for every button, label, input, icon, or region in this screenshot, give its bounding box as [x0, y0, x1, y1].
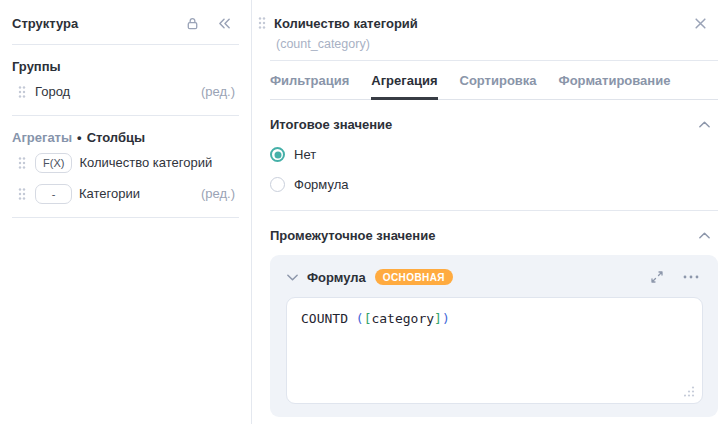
close-icon[interactable]	[689, 12, 711, 34]
panel-subtitle: (count_category)	[276, 37, 725, 51]
radio-option-formula[interactable]: Формула	[270, 177, 725, 192]
formula-code-line: COUNTD ([category])	[301, 311, 688, 326]
sidebar-header: Структура	[0, 10, 251, 36]
radio-label: Формула	[294, 177, 348, 192]
total-value-section-header: Итоговое значение	[270, 117, 711, 132]
aggregate-item-label: Количество категорий	[79, 155, 212, 170]
divider	[270, 210, 718, 211]
header-separator: •	[77, 130, 82, 145]
formula-card-header: Формула ОСНОВНАЯ	[270, 255, 718, 296]
app-window: Структура Группы	[0, 0, 725, 424]
groups-section-header: Группы	[0, 53, 251, 76]
panel-title: Количество категорий	[274, 16, 689, 31]
group-item-city[interactable]: Город (ред.)	[0, 76, 251, 107]
aggregates-header-part2: Столбцы	[87, 130, 145, 145]
code-field: category	[371, 311, 434, 326]
aggregate-item-count-category[interactable]: F(X) Количество категорий	[0, 147, 251, 178]
total-value-title: Итоговое значение	[270, 117, 698, 132]
chevron-up-icon[interactable]	[698, 231, 711, 240]
formula-card: Формула ОСНОВНАЯ COUNTD ([category])	[270, 255, 718, 417]
intermediate-value-section-header: Промежуточное значение	[270, 228, 711, 243]
panel-header: Количество категорий	[252, 12, 725, 34]
expand-icon[interactable]	[646, 266, 668, 288]
ellipsis-menu-icon[interactable]	[680, 266, 702, 288]
field-type-badge: -	[35, 184, 72, 204]
drag-handle-icon[interactable]	[258, 16, 266, 30]
intermediate-value-title: Промежуточное значение	[270, 228, 698, 243]
aggregate-item-label: Категории	[79, 186, 140, 201]
edit-link[interactable]: (ред.)	[201, 186, 235, 201]
settings-tabs: Фильтрация Агрегация Сортировка Форматир…	[270, 61, 718, 100]
tab-formatting[interactable]: Форматирование	[559, 61, 671, 100]
aggregate-item-categories[interactable]: - Категории (ред.)	[0, 178, 251, 209]
primary-badge: ОСНОВНАЯ	[375, 269, 453, 285]
code-function: COUNTD	[301, 311, 348, 326]
sidebar-title: Структура	[12, 16, 78, 31]
formula-code-editor[interactable]: COUNTD ([category])	[286, 297, 703, 404]
divider	[12, 115, 239, 116]
tab-aggregation[interactable]: Агрегация	[371, 61, 437, 100]
radio-unselected-icon[interactable]	[270, 177, 285, 192]
group-item-label: Город	[35, 84, 70, 99]
code-open-paren: (	[356, 311, 364, 326]
drag-handle-icon[interactable]	[18, 156, 26, 170]
divider	[12, 44, 239, 45]
formula-label: Формула	[307, 270, 366, 285]
radio-option-none[interactable]: Нет	[270, 147, 725, 162]
chevron-up-icon[interactable]	[698, 120, 711, 129]
field-type-badge: F(X)	[35, 153, 72, 173]
code-close-bracket: ]	[434, 311, 442, 326]
edit-link[interactable]: (ред.)	[201, 84, 235, 99]
code-close-paren: )	[442, 311, 450, 326]
radio-selected-icon[interactable]	[270, 147, 285, 162]
tab-sorting[interactable]: Сортировка	[460, 61, 537, 100]
field-settings-panel: Количество категорий (count_category) Фи…	[252, 0, 725, 424]
drag-handle-icon[interactable]	[18, 85, 26, 99]
lock-icon[interactable]	[181, 12, 203, 34]
resize-grip-icon[interactable]	[684, 385, 695, 396]
divider	[12, 217, 239, 218]
drag-handle-icon[interactable]	[18, 187, 26, 201]
radio-label: Нет	[294, 147, 316, 162]
tab-filtering[interactable]: Фильтрация	[270, 61, 349, 100]
structure-sidebar: Структура Группы	[0, 0, 252, 424]
aggregates-header-part1: Агрегаты	[12, 130, 72, 145]
aggregates-section-header: Агрегаты•Столбцы	[0, 124, 251, 147]
chevron-down-icon[interactable]	[286, 273, 299, 282]
collapse-sidebar-icon[interactable]	[213, 12, 235, 34]
